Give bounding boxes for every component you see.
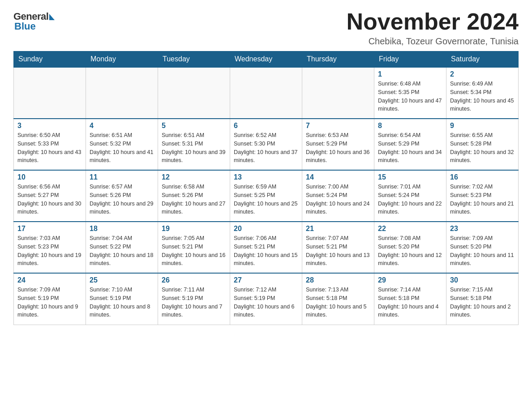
day-number: 19: [162, 225, 226, 233]
calendar-cell: 28Sunrise: 7:13 AMSunset: 5:18 PMDayligh…: [302, 273, 374, 325]
day-info: Sunrise: 6:58 AMSunset: 5:26 PMDaylight:…: [162, 183, 226, 216]
calendar-cell: 16Sunrise: 7:02 AMSunset: 5:23 PMDayligh…: [446, 170, 519, 222]
weekday-header-monday: Monday: [86, 51, 158, 68]
calendar-week-row: 17Sunrise: 7:03 AMSunset: 5:23 PMDayligh…: [14, 222, 519, 273]
calendar-cell: 13Sunrise: 6:59 AMSunset: 5:25 PMDayligh…: [230, 170, 302, 222]
day-number: 16: [450, 173, 515, 181]
calendar-week-row: 24Sunrise: 7:09 AMSunset: 5:19 PMDayligh…: [14, 273, 519, 325]
calendar-cell: 29Sunrise: 7:14 AMSunset: 5:18 PMDayligh…: [374, 273, 446, 325]
calendar-cell: 20Sunrise: 7:06 AMSunset: 5:21 PMDayligh…: [230, 222, 302, 273]
day-number: 25: [90, 276, 154, 284]
day-info: Sunrise: 6:50 AMSunset: 5:33 PMDaylight:…: [17, 131, 82, 165]
day-number: 13: [234, 173, 298, 181]
day-info: Sunrise: 7:00 AMSunset: 5:24 PMDaylight:…: [306, 183, 370, 216]
calendar-cell: 8Sunrise: 6:54 AMSunset: 5:29 PMDaylight…: [374, 119, 446, 170]
calendar-cell: 3Sunrise: 6:50 AMSunset: 5:33 PMDaylight…: [14, 119, 86, 170]
day-number: 21: [306, 225, 370, 233]
calendar-cell: 27Sunrise: 7:12 AMSunset: 5:19 PMDayligh…: [230, 273, 302, 325]
day-info: Sunrise: 6:48 AMSunset: 5:35 PMDaylight:…: [378, 80, 442, 113]
day-number: 20: [234, 225, 298, 233]
calendar-week-row: 10Sunrise: 6:56 AMSunset: 5:27 PMDayligh…: [14, 170, 519, 222]
calendar-table: SundayMondayTuesdayWednesdayThursdayFrid…: [13, 51, 519, 325]
day-number: 4: [90, 122, 154, 130]
day-info: Sunrise: 7:13 AMSunset: 5:18 PMDaylight:…: [306, 286, 370, 319]
title-block: November 2024 Chebika, Tozeur Governorat…: [347, 9, 519, 47]
calendar-cell: 21Sunrise: 7:07 AMSunset: 5:21 PMDayligh…: [302, 222, 374, 273]
day-info: Sunrise: 6:49 AMSunset: 5:34 PMDaylight:…: [450, 80, 515, 113]
day-number: 27: [234, 276, 298, 284]
day-number: 15: [378, 173, 442, 181]
day-info: Sunrise: 7:14 AMSunset: 5:18 PMDaylight:…: [378, 286, 442, 319]
calendar-cell: 25Sunrise: 7:10 AMSunset: 5:19 PMDayligh…: [86, 273, 158, 325]
day-number: 1: [378, 70, 442, 78]
weekday-header-friday: Friday: [374, 51, 446, 68]
day-number: 2: [450, 70, 515, 78]
calendar-cell: 12Sunrise: 6:58 AMSunset: 5:26 PMDayligh…: [158, 170, 230, 222]
day-number: 8: [378, 122, 442, 130]
day-info: Sunrise: 7:15 AMSunset: 5:18 PMDaylight:…: [450, 286, 515, 319]
day-number: 5: [162, 122, 226, 130]
calendar-cell: 24Sunrise: 7:09 AMSunset: 5:19 PMDayligh…: [14, 273, 86, 325]
day-info: Sunrise: 6:54 AMSunset: 5:29 PMDaylight:…: [378, 131, 442, 165]
day-info: Sunrise: 7:03 AMSunset: 5:23 PMDaylight:…: [17, 234, 82, 268]
calendar-cell: [158, 67, 230, 119]
day-info: Sunrise: 7:06 AMSunset: 5:21 PMDaylight:…: [234, 234, 298, 268]
calendar-cell: 4Sunrise: 6:51 AMSunset: 5:32 PMDaylight…: [86, 119, 158, 170]
calendar-cell: 2Sunrise: 6:49 AMSunset: 5:34 PMDaylight…: [446, 67, 519, 119]
day-info: Sunrise: 6:51 AMSunset: 5:32 PMDaylight:…: [90, 131, 154, 165]
day-info: Sunrise: 6:51 AMSunset: 5:31 PMDaylight:…: [162, 131, 226, 165]
logo: General Blue: [13, 9, 55, 32]
day-info: Sunrise: 6:57 AMSunset: 5:26 PMDaylight:…: [90, 183, 154, 216]
month-year-title: November 2024: [347, 9, 519, 34]
day-info: Sunrise: 7:05 AMSunset: 5:21 PMDaylight:…: [162, 234, 226, 268]
day-info: Sunrise: 6:53 AMSunset: 5:29 PMDaylight:…: [306, 131, 370, 165]
calendar-cell: 1Sunrise: 6:48 AMSunset: 5:35 PMDaylight…: [374, 67, 446, 119]
day-number: 3: [17, 122, 82, 130]
location-subtitle: Chebika, Tozeur Governorate, Tunisia: [347, 36, 519, 47]
page-header: General Blue November 2024 Chebika, Toze…: [13, 9, 519, 47]
calendar-cell: [230, 67, 302, 119]
logo-arrow-icon: [49, 14, 55, 20]
day-info: Sunrise: 7:09 AMSunset: 5:20 PMDaylight:…: [450, 234, 515, 268]
weekday-header-row: SundayMondayTuesdayWednesdayThursdayFrid…: [14, 51, 519, 68]
calendar-cell: [14, 67, 86, 119]
day-info: Sunrise: 7:04 AMSunset: 5:22 PMDaylight:…: [90, 234, 154, 268]
day-number: 14: [306, 173, 370, 181]
day-info: Sunrise: 6:56 AMSunset: 5:27 PMDaylight:…: [17, 183, 82, 216]
day-info: Sunrise: 6:55 AMSunset: 5:28 PMDaylight:…: [450, 131, 515, 165]
calendar-cell: 22Sunrise: 7:08 AMSunset: 5:20 PMDayligh…: [374, 222, 446, 273]
day-number: 12: [162, 173, 226, 181]
calendar-cell: 11Sunrise: 6:57 AMSunset: 5:26 PMDayligh…: [86, 170, 158, 222]
logo-blue-text: Blue: [14, 21, 36, 32]
calendar-week-row: 3Sunrise: 6:50 AMSunset: 5:33 PMDaylight…: [14, 119, 519, 170]
day-number: 26: [162, 276, 226, 284]
day-info: Sunrise: 6:52 AMSunset: 5:30 PMDaylight:…: [234, 131, 298, 165]
day-number: 28: [306, 276, 370, 284]
day-info: Sunrise: 7:11 AMSunset: 5:19 PMDaylight:…: [162, 286, 226, 319]
weekday-header-wednesday: Wednesday: [230, 51, 302, 68]
day-info: Sunrise: 7:08 AMSunset: 5:20 PMDaylight:…: [378, 234, 442, 268]
day-info: Sunrise: 7:10 AMSunset: 5:19 PMDaylight:…: [90, 286, 154, 319]
day-info: Sunrise: 6:59 AMSunset: 5:25 PMDaylight:…: [234, 183, 298, 216]
calendar-cell: 10Sunrise: 6:56 AMSunset: 5:27 PMDayligh…: [14, 170, 86, 222]
calendar-cell: 7Sunrise: 6:53 AMSunset: 5:29 PMDaylight…: [302, 119, 374, 170]
calendar-cell: 18Sunrise: 7:04 AMSunset: 5:22 PMDayligh…: [86, 222, 158, 273]
day-number: 29: [378, 276, 442, 284]
day-number: 22: [378, 225, 442, 233]
calendar-cell: 5Sunrise: 6:51 AMSunset: 5:31 PMDaylight…: [158, 119, 230, 170]
weekday-header-sunday: Sunday: [14, 51, 86, 68]
calendar-cell: 30Sunrise: 7:15 AMSunset: 5:18 PMDayligh…: [446, 273, 519, 325]
day-number: 17: [17, 225, 82, 233]
calendar-cell: 14Sunrise: 7:00 AMSunset: 5:24 PMDayligh…: [302, 170, 374, 222]
calendar-cell: 17Sunrise: 7:03 AMSunset: 5:23 PMDayligh…: [14, 222, 86, 273]
day-number: 6: [234, 122, 298, 130]
calendar-week-row: 1Sunrise: 6:48 AMSunset: 5:35 PMDaylight…: [14, 67, 519, 119]
calendar-cell: 26Sunrise: 7:11 AMSunset: 5:19 PMDayligh…: [158, 273, 230, 325]
day-number: 30: [450, 276, 515, 284]
calendar-cell: [86, 67, 158, 119]
weekday-header-thursday: Thursday: [302, 51, 374, 68]
day-number: 23: [450, 225, 515, 233]
weekday-header-tuesday: Tuesday: [158, 51, 230, 68]
day-info: Sunrise: 7:09 AMSunset: 5:19 PMDaylight:…: [17, 286, 82, 319]
day-number: 7: [306, 122, 370, 130]
